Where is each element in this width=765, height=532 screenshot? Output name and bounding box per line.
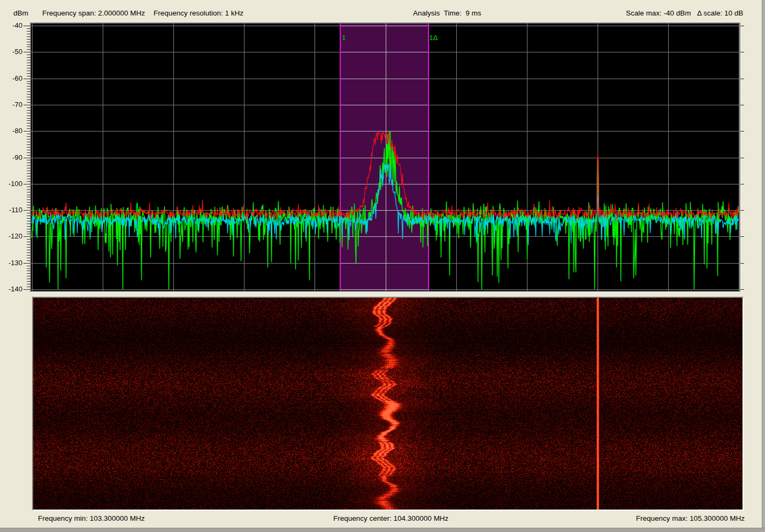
y-axis-tick-label: -40 — [0, 21, 22, 29]
y-axis-tick-label: -110 — [0, 206, 22, 214]
frequency-min-label: Frequency min: 103.300000 MHz — [38, 514, 145, 522]
y-axis-tick-label: -60 — [0, 74, 22, 82]
y-axis-tick-label: -140 — [0, 285, 22, 293]
frequency-resolution-label: Frequency resolution: 1 kHz — [154, 9, 243, 17]
scale-max-label: Scale max: -40 dBm — [626, 9, 691, 17]
frequency-span-label: Frequency span: 2.000000 MHz — [42, 9, 145, 17]
spectrum-analyzer-window: dBm Frequency span: 2.000000 MHz Frequen… — [0, 0, 765, 532]
selection-region[interactable] — [340, 24, 429, 291]
window-edge-right — [762, 0, 765, 532]
y-axis-tick-label: -70 — [0, 101, 22, 109]
y-axis-tick-label: -50 — [0, 48, 22, 56]
y-axis-unit-label: dBm — [13, 9, 28, 17]
window-edge-bottom — [0, 528, 765, 532]
waterfall-frame — [32, 297, 744, 511]
frequency-max-label: Frequency max: 105.300000 MHz — [636, 514, 745, 522]
y-axis-tick-label: -100 — [0, 180, 22, 188]
waterfall-canvas[interactable] — [33, 298, 743, 510]
marker1-delta-label: 1Δ — [429, 34, 438, 42]
y-axis-tick-label: -90 — [0, 153, 22, 161]
y-axis-tick-label: -80 — [0, 127, 22, 135]
analysis-time-label: Analysis Time: 9 ms — [413, 9, 481, 17]
y-axis-ticks — [21, 24, 30, 292]
delta-scale-label: Δ scale: 10 dB — [697, 9, 743, 17]
marker1-label: 1 — [342, 34, 346, 42]
y-axis-tick-label: -120 — [0, 233, 22, 241]
y-axis-right-ticks — [740, 24, 744, 292]
frequency-center-label: Frequency center: 104.300000 MHz — [333, 514, 448, 522]
y-axis-tick-label: -130 — [0, 259, 22, 267]
